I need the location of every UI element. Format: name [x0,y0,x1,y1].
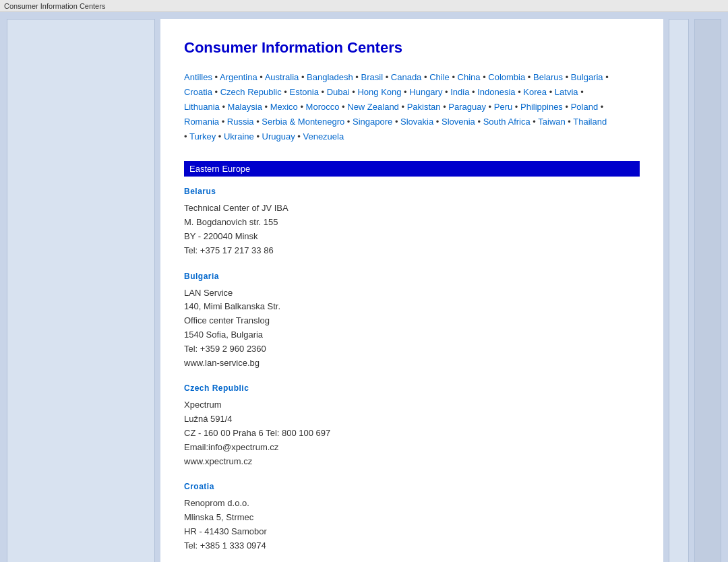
link-croatia[interactable]: Croatia [184,87,212,97]
link-china[interactable]: China [458,72,481,82]
link-turkey[interactable]: Turkey [189,131,216,142]
link-singapore[interactable]: Singapore [353,117,392,127]
link-paraguay[interactable]: Paraguay [448,102,486,112]
link-malaysia[interactable]: Malaysia [228,102,262,112]
link-slovenia[interactable]: Slovenia [442,117,475,127]
link-new-zealand[interactable]: New Zealand [347,102,399,112]
link-thailand[interactable]: Thailand [573,117,607,127]
link-czech-republic[interactable]: Czech Republic [220,87,282,97]
sidebar-right-2 [694,19,721,562]
link-philippines[interactable]: Philippines [520,102,563,112]
country-block-belarus: Belarus Technical Center of JV IBA M. Bo… [184,187,640,257]
link-argentina[interactable]: Argentina [220,72,257,82]
link-korea[interactable]: Korea [523,87,547,97]
page-title: Consumer Information Centers [184,39,640,57]
country-heading-belarus: Belarus [184,187,640,196]
country-block-czech-republic: Czech Republic Xpectrum Lužná 591/4 CZ -… [184,383,640,468]
link-estonia[interactable]: Estonia [290,87,319,97]
link-russia[interactable]: Russia [227,117,254,127]
content-area: Consumer Information Centers Antilles • … [160,19,663,562]
main-layout: Consumer Information Centers Antilles • … [0,12,728,562]
link-chile[interactable]: Chile [429,72,450,82]
link-brasil[interactable]: Brasil [361,72,384,82]
link-taiwan[interactable]: Taiwan [538,117,565,127]
link-ukraine[interactable]: Ukraine [224,131,254,142]
link-dubai[interactable]: Dubai [327,87,350,97]
link-latvia[interactable]: Latvia [555,87,578,97]
title-bar-text: Consumer Information Centers [4,2,105,10]
link-antilles[interactable]: Antilles [184,72,212,82]
link-belarus[interactable]: Belarus [533,72,563,82]
country-info-czech-republic: Xpectrum Lužná 591/4 CZ - 160 00 Praha 6… [184,398,640,468]
link-hungary[interactable]: Hungary [409,87,442,97]
link-canada[interactable]: Canada [391,72,422,82]
title-bar: Consumer Information Centers [0,0,728,12]
country-heading-croatia: Croatia [184,482,640,491]
link-india[interactable]: India [450,87,469,97]
country-info-belarus: Technical Center of JV IBA M. Bogdanovic… [184,201,640,257]
link-romania[interactable]: Romania [184,117,219,127]
sidebar-left [7,19,155,562]
country-heading-bulgaria: Bulgaria [184,272,640,281]
link-mexico[interactable]: Mexico [270,102,298,112]
link-venezuela[interactable]: Venezuela [303,131,344,142]
country-info-bulgaria: LAN Service 140, Mimi Balkanska Str. Off… [184,286,640,371]
link-indonesia[interactable]: Indonesia [477,87,515,97]
link-serbia[interactable]: Serbia & Montenegro [262,117,344,127]
link-bangladesh[interactable]: Bangladesh [307,72,353,82]
link-australia[interactable]: Australia [265,72,299,82]
section-header-eastern-europe: Eastern Europe [184,161,640,177]
link-peru[interactable]: Peru [494,102,512,112]
country-info-croatia: Renoprom d.o.o. Mlinska 5, Strmec HR - 4… [184,497,640,553]
link-hong-kong[interactable]: Hong Kong [357,87,401,97]
link-morocco[interactable]: Morocco [306,102,340,112]
country-heading-czech-republic: Czech Republic [184,383,640,393]
link-poland[interactable]: Poland [571,102,598,112]
links-section: Antilles • Argentina • Australia • Bangl… [184,70,640,144]
country-block-croatia: Croatia Renoprom d.o.o. Mlinska 5, Strme… [184,482,640,553]
country-block-bulgaria: Bulgaria LAN Service 140, Mimi Balkanska… [184,272,640,371]
link-south-africa[interactable]: South Africa [483,117,530,127]
link-pakistan[interactable]: Pakistan [407,102,441,112]
link-slovakia[interactable]: Slovakia [400,117,433,127]
link-bulgaria[interactable]: Bulgaria [571,72,603,82]
sidebar-right-1 [669,19,689,562]
link-uruguay[interactable]: Uruguay [262,131,295,142]
link-colombia[interactable]: Colombia [488,72,525,82]
link-lithuania[interactable]: Lithuania [184,102,220,112]
